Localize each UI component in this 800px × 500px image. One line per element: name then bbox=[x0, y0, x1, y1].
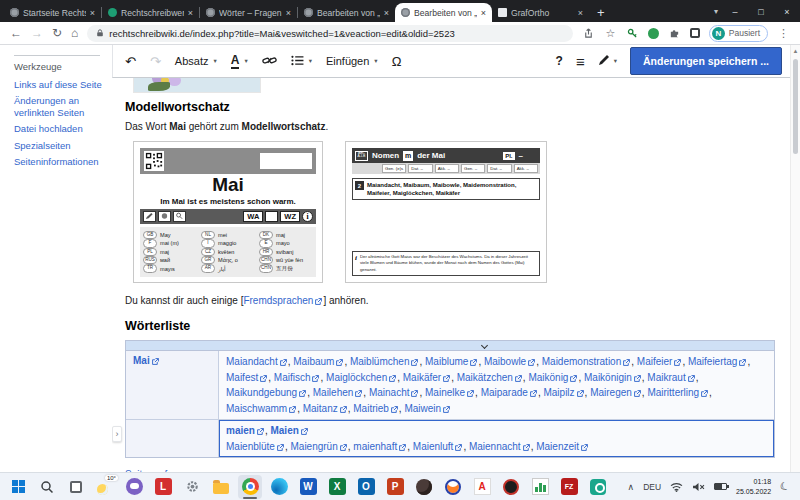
extension-badge-icon[interactable] bbox=[648, 28, 659, 39]
settings-button[interactable] bbox=[180, 475, 204, 499]
text-style-button[interactable]: A bbox=[231, 53, 240, 69]
word-link-item[interactable]: Maifeiertag, bbox=[688, 356, 750, 367]
flower-image-partial[interactable] bbox=[133, 78, 261, 93]
window-minimize-button[interactable]: – bbox=[722, 7, 748, 17]
l-app-button[interactable]: L bbox=[151, 475, 175, 499]
undo-icon[interactable]: ↶ bbox=[125, 55, 136, 68]
reader-mode-icon[interactable] bbox=[690, 28, 700, 38]
word-link-item[interactable]: Maikraut, bbox=[647, 372, 698, 383]
scroll-up-arrow-icon[interactable]: ▲ bbox=[791, 45, 800, 54]
page-options-menu-icon[interactable]: ≡ bbox=[576, 54, 585, 69]
table-cell-maien-selected[interactable]: maien, Maien, Maienblüte, Maiengrün, mai… bbox=[219, 420, 774, 457]
tab-rechtschreibwerkstatt[interactable]: Rechtschreibwerks × bbox=[102, 3, 199, 22]
word-link[interactable]: Maiparade bbox=[481, 387, 528, 398]
word-link[interactable]: Mailehen bbox=[313, 387, 354, 398]
word-link[interactable]: Maiblume bbox=[425, 356, 468, 367]
list-format-icon[interactable] bbox=[291, 52, 304, 70]
volume-muted-icon[interactable] bbox=[692, 482, 705, 492]
acrobat-button[interactable]: A bbox=[470, 475, 494, 499]
back-button[interactable]: ← bbox=[10, 27, 22, 39]
help-button[interactable]: ? bbox=[556, 55, 563, 67]
word-link-item[interactable]: Maiglöckchen, bbox=[326, 372, 403, 383]
seitenanfang-link[interactable]: Seitenanfang bbox=[125, 469, 184, 472]
word-link[interactable]: Maikönigin bbox=[584, 372, 632, 383]
password-key-icon[interactable] bbox=[626, 28, 639, 39]
filezilla-button[interactable]: FZ bbox=[557, 475, 581, 499]
save-changes-button[interactable]: Änderungen speichern ... bbox=[630, 47, 782, 75]
word-link[interactable]: Mainacht bbox=[369, 387, 410, 398]
word-link-item[interactable]: Maipilz, bbox=[543, 387, 590, 398]
tab-bearbeiten-1[interactable]: Bearbeiten von „M × bbox=[298, 3, 395, 22]
bookmark-star-icon[interactable]: ☆ bbox=[604, 27, 617, 40]
word-link-item[interactable]: Maienluft, bbox=[413, 441, 469, 452]
fremdsprachen-link[interactable]: Fremdsprachen bbox=[243, 295, 313, 306]
word-link[interactable]: Maibowle bbox=[484, 356, 526, 367]
word-link-item[interactable]: Maiparade, bbox=[481, 387, 544, 398]
word-link-item[interactable]: Maiblume, bbox=[425, 356, 484, 367]
new-tab-button[interactable]: + bbox=[597, 5, 605, 20]
tab-close-icon[interactable]: × bbox=[578, 8, 583, 18]
audacity-button[interactable] bbox=[441, 475, 465, 499]
special-character-button[interactable]: Ω bbox=[392, 55, 402, 68]
word-link-item[interactable]: Maiwein, bbox=[404, 403, 451, 414]
extensions-puzzle-icon[interactable] bbox=[668, 28, 681, 39]
word-link[interactable]: maien bbox=[226, 425, 255, 436]
tab-bearbeiten-active[interactable]: Bearbeiten von „M × bbox=[395, 3, 492, 22]
word-link[interactable]: Maien bbox=[270, 425, 298, 436]
word-link-item[interactable]: Maikönig, bbox=[528, 372, 584, 383]
word-link[interactable]: Maiengrün bbox=[290, 441, 337, 452]
forward-button[interactable]: → bbox=[31, 27, 43, 39]
word-link[interactable]: Maipilz bbox=[543, 387, 574, 398]
word-link-item[interactable]: Maiblümchen, bbox=[350, 356, 425, 367]
word-link[interactable]: Mairitterling bbox=[647, 387, 699, 398]
clock[interactable]: 01:1825.05.2022 bbox=[736, 477, 771, 495]
word-link-item[interactable]: Maiengrün, bbox=[290, 441, 353, 452]
word-link-item[interactable]: Maitrieb, bbox=[353, 403, 404, 414]
tab-search-icon[interactable]: ▾ bbox=[714, 7, 718, 16]
start-button[interactable] bbox=[6, 475, 30, 499]
sidebar-link[interactable]: Seiteninformationen bbox=[14, 156, 106, 167]
word-link[interactable]: Maifest bbox=[226, 372, 258, 383]
word-link-item[interactable]: Maifisch, bbox=[274, 372, 326, 383]
word-button[interactable]: W bbox=[296, 475, 320, 499]
word-link-item[interactable]: Maienzeit, bbox=[536, 441, 589, 452]
word-link[interactable]: maienhaft bbox=[353, 441, 397, 452]
word-link-item[interactable]: Mainacht, bbox=[369, 387, 425, 398]
word-link[interactable]: Maitanz bbox=[303, 403, 338, 414]
keyboard-language-indicator[interactable]: DEU bbox=[643, 482, 661, 492]
word-link-item[interactable]: Maiennacht, bbox=[469, 441, 536, 452]
task-view-button[interactable] bbox=[64, 475, 88, 499]
word-link[interactable]: Maidemonstration bbox=[542, 356, 621, 367]
url-field[interactable]: rechtschreibwiki.de/index.php?title=Mai&… bbox=[87, 25, 573, 42]
gimp-button[interactable] bbox=[412, 475, 436, 499]
mai-grammar-card[interactable]: ABC A-LB Nomen m der Mai Pl. – Gen. (e)s… bbox=[345, 141, 547, 283]
table-head-cell-mai[interactable]: Mai bbox=[126, 351, 219, 420]
word-link[interactable]: Maienzeit bbox=[536, 441, 579, 452]
word-link-item[interactable]: Maischwamm, bbox=[226, 403, 303, 414]
sidebar-link[interactable]: Spezialseiten bbox=[14, 140, 106, 151]
word-link[interactable]: Maibaum bbox=[293, 356, 334, 367]
word-link-item[interactable]: Maibaum, bbox=[293, 356, 350, 367]
word-link[interactable]: Maiwein bbox=[404, 403, 441, 414]
word-link[interactable]: Maifeiertag bbox=[688, 356, 737, 367]
sidebar-link[interactable]: Änderungen an verlinkten Seiten bbox=[14, 95, 106, 118]
word-link[interactable]: Maitrieb bbox=[353, 403, 389, 414]
reload-button[interactable]: ↻ bbox=[52, 27, 62, 39]
word-link-item[interactable]: Maikönigin, bbox=[584, 372, 647, 383]
keepass-button[interactable] bbox=[586, 475, 610, 499]
word-link[interactable]: Maikönig bbox=[528, 372, 568, 383]
word-link[interactable]: Maifeier bbox=[637, 356, 673, 367]
chart-app-button[interactable] bbox=[528, 475, 552, 499]
window-maximize-button[interactable]: □ bbox=[748, 7, 774, 17]
mai-link[interactable]: Mai bbox=[133, 355, 150, 366]
tray-expand-icon[interactable]: ∧ bbox=[628, 482, 635, 492]
weather-widget-button[interactable]: 10° bbox=[93, 475, 117, 499]
editor-content-surface[interactable]: Modellwortschatz Das Wort Mai gehört zum… bbox=[112, 78, 790, 472]
word-link[interactable]: Maikundgebung bbox=[226, 387, 297, 398]
word-link-item[interactable]: Maienblüte, bbox=[226, 441, 290, 452]
powerpoint-button[interactable]: P bbox=[383, 475, 407, 499]
wifi-icon[interactable] bbox=[670, 482, 683, 492]
focus-assist-moon-icon[interactable]: ☾ bbox=[778, 479, 792, 495]
home-button[interactable]: ⌂ bbox=[71, 27, 78, 39]
tab-close-icon[interactable]: × bbox=[384, 8, 389, 18]
